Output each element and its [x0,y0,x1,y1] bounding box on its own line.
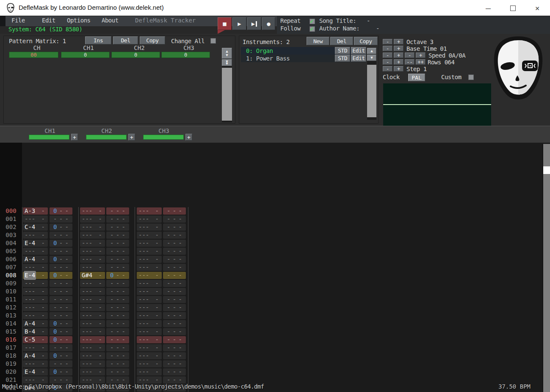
maximize-button[interactable] [503,2,522,14]
effect-code-value[interactable]: - [59,232,63,239]
volume-value[interactable]: - [41,215,45,223]
note-value[interactable]: A-3 [25,207,35,215]
effect-param-value[interactable]: - [179,240,182,247]
instrument-fx-cell[interactable]: 0-- [50,224,72,231]
effect-code-value[interactable]: - [173,232,176,239]
instrument-value[interactable]: - [110,280,113,287]
instrument-name[interactable]: 0: Organ [246,47,273,54]
note-value[interactable]: --- [82,232,92,239]
effect-param-value[interactable]: - [65,272,69,279]
effect-code-value[interactable]: - [116,296,119,303]
effect-param-value[interactable]: - [65,296,69,303]
note-cell[interactable]: ---- [80,207,105,215]
instrument-fx-cell[interactable]: --- [106,360,129,367]
volume-value[interactable]: - [99,248,102,255]
octave-plus-button[interactable]: + [394,39,404,44]
effect-param-value[interactable]: - [122,304,125,311]
instrument-fx-cell[interactable]: --- [106,304,129,311]
instrument-value[interactable]: 0 [53,256,57,263]
note-cell[interactable]: A-4- [23,352,48,359]
instrument-fx-cell[interactable]: 0-- [106,272,129,279]
effect-code-value[interactable]: - [173,360,176,367]
pattern-vscrollbar[interactable] [542,144,550,392]
song-title-value[interactable]: - [367,17,370,24]
channel-header-ch2[interactable]: CH2 [92,127,122,134]
instrument-value[interactable]: - [110,344,113,351]
effect-param-value[interactable]: - [65,328,69,335]
instrument-value[interactable]: - [53,288,57,295]
instrument-fx-cell[interactable]: --- [163,344,186,351]
instrument-fx-cell[interactable]: --- [163,368,186,375]
effect-param-value[interactable]: - [179,336,182,343]
instrument-value[interactable]: - [53,232,57,239]
effect-param-value[interactable]: - [65,207,69,215]
note-cell[interactable]: ---- [80,320,105,327]
note-value[interactable]: E-4 [25,240,35,247]
effect-code-value[interactable]: - [173,344,176,351]
note-value[interactable]: --- [138,215,149,223]
volume-value[interactable]: - [99,296,102,303]
note-cell[interactable]: ---- [137,280,162,287]
volume-value[interactable]: - [155,272,159,279]
note-value[interactable]: --- [138,336,149,343]
volume-value[interactable]: - [155,248,159,255]
effect-code-value[interactable]: - [173,328,176,335]
instrument-fx-cell[interactable]: --- [163,256,186,263]
effect-code-value[interactable]: - [59,280,63,287]
instrument-value[interactable]: - [110,256,113,263]
instrument-value[interactable]: - [167,256,170,263]
instrument-value[interactable]: - [167,280,170,287]
volume-value[interactable]: - [99,272,102,279]
effect-param-value[interactable]: - [179,360,182,367]
channel-add-button-ch3[interactable]: + [185,134,192,141]
effect-param-value[interactable]: - [122,352,125,359]
effect-param-value[interactable]: - [122,368,125,375]
effect-code-value[interactable]: - [59,296,63,303]
note-value[interactable]: --- [25,344,35,351]
instrument-fx-cell[interactable]: 0-- [50,328,72,335]
note-value[interactable]: --- [82,360,92,367]
note-value[interactable]: --- [138,352,149,359]
note-value[interactable]: --- [25,312,35,319]
volume-value[interactable]: - [41,312,45,319]
instrument-value[interactable]: - [110,328,113,335]
effect-param-value[interactable]: - [122,288,125,295]
note-value[interactable]: --- [82,248,92,255]
volume-value[interactable]: - [155,296,159,303]
note-value[interactable]: --- [138,368,149,375]
instrument-fx-cell[interactable]: --- [106,336,129,343]
instrument-edit-button[interactable]: Edit [351,55,366,62]
instrument-fx-cell[interactable]: --- [106,344,129,351]
note-cell[interactable]: ---- [137,224,162,231]
instrument-fx-cell[interactable]: --- [106,224,129,231]
effect-code-value[interactable]: - [116,304,119,311]
effect-param-value[interactable]: - [179,248,182,255]
note-cell[interactable]: ---- [23,232,48,239]
effect-param-value[interactable]: - [65,360,69,367]
effect-param-value[interactable]: - [122,360,125,367]
effect-code-value[interactable]: - [116,264,119,271]
instrument-fx-cell[interactable]: --- [163,320,186,327]
note-value[interactable]: --- [82,224,92,231]
effect-code-value[interactable]: - [116,320,119,327]
instrument-value[interactable]: 0 [53,272,57,279]
instrument-value[interactable]: - [53,215,57,223]
instrument-fx-cell[interactable]: --- [163,296,186,303]
instrument-value[interactable]: 0 [53,240,57,247]
effect-param-value[interactable]: - [179,368,182,375]
instrument-fx-cell[interactable]: --- [50,232,72,239]
rows-plus-button[interactable]: + [394,59,404,65]
matrix-cell-ch3[interactable]: 0 [161,52,210,58]
menu-edit[interactable]: Edit [42,17,55,24]
effect-code-value[interactable]: - [116,352,119,359]
instrument-fx-cell[interactable]: 0-- [50,320,72,327]
volume-value[interactable]: - [41,207,45,215]
note-value[interactable]: --- [25,215,35,223]
volume-value[interactable]: - [41,280,45,287]
instrument-value[interactable]: - [167,368,170,375]
effect-param-value[interactable]: - [122,256,125,263]
instrument-value[interactable]: - [53,344,57,351]
volume-value[interactable]: - [41,248,45,255]
volume-value[interactable]: - [155,240,159,247]
note-cell[interactable]: C-4- [23,224,48,231]
